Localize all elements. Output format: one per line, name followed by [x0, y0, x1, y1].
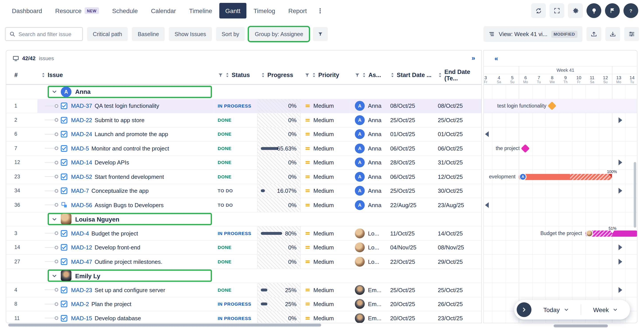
column-header-issue[interactable]: Issue: [38, 66, 214, 84]
day-header[interactable]: 11Sa: [585, 75, 599, 84]
search-box[interactable]: [5, 27, 83, 41]
column-header-start[interactable]: Start Date ...: [386, 66, 434, 84]
issue-key-link[interactable]: MAD-7: [71, 187, 89, 194]
issue-checkbox[interactable]: [61, 131, 67, 138]
issue-row[interactable]: 4MAD-23Set up and configure serverDONE25…: [6, 283, 481, 297]
issue-checkbox[interactable]: [61, 315, 67, 322]
milestone-diamond[interactable]: [521, 144, 530, 153]
offscreen-left-arrow[interactable]: [485, 202, 489, 208]
zoom-level-button[interactable]: Week: [581, 300, 630, 320]
issue-row[interactable]: 12MAD-14Develop APIsDONE0%MediumAAnna28/…: [6, 156, 481, 170]
tree-toggle-dot[interactable]: [54, 203, 58, 207]
offscreen-right-arrow[interactable]: [618, 259, 622, 265]
group-header-emily-ly[interactable]: Emily Ly: [48, 270, 212, 282]
nav-item-resource[interactable]: ResourceNEW: [49, 3, 105, 18]
issue-key-link[interactable]: MAD-52: [71, 173, 92, 180]
tree-toggle-dot[interactable]: [54, 288, 58, 292]
column-header-priority[interactable]: Priority: [301, 66, 351, 84]
view-selector[interactable]: View: Week 41 vi... MODIFIED: [484, 26, 582, 42]
issue-key-link[interactable]: MAD-22: [71, 117, 92, 124]
flag-button[interactable]: [605, 3, 620, 18]
column-header-assignee[interactable]: As...: [351, 66, 386, 84]
issue-key-link[interactable]: MAD-15: [71, 315, 92, 322]
baseline-button[interactable]: Baseline: [132, 27, 165, 41]
view-settings-button[interactable]: [624, 27, 639, 41]
milestone-diamond[interactable]: [548, 102, 556, 110]
issue-row[interactable]: 7MAD-5Monitor and control the projectDON…: [6, 142, 481, 156]
day-header[interactable]: 12Su: [598, 75, 612, 84]
gear-button[interactable]: [568, 3, 583, 18]
issue-key-link[interactable]: MAD-5: [71, 145, 89, 152]
critical-path-button[interactable]: Critical path: [87, 27, 128, 41]
tree-toggle-dot[interactable]: [54, 246, 58, 249]
issue-checkbox[interactable]: [61, 159, 67, 166]
tree-toggle-dot[interactable]: [54, 161, 58, 164]
issue-row[interactable]: 3MAD-4Budget the projectIN PROGRESS80%Me…: [6, 226, 481, 241]
issue-checkbox[interactable]: [61, 187, 67, 194]
tree-toggle-dot[interactable]: [54, 302, 58, 306]
expand-table-button[interactable]: »: [472, 55, 475, 61]
issue-key-link[interactable]: MAD-23: [71, 287, 92, 293]
offscreen-right-arrow[interactable]: [618, 160, 622, 165]
issue-checkbox[interactable]: [61, 258, 67, 265]
show-issues-button[interactable]: Show Issues: [169, 27, 212, 41]
sync-button[interactable]: [531, 3, 546, 18]
issue-checkbox[interactable]: [61, 173, 67, 180]
group-by-button[interactable]: Group by: Assignee: [249, 27, 309, 41]
issue-key-link[interactable]: MAD-37: [71, 103, 92, 109]
day-header[interactable]: 5Su: [506, 75, 519, 84]
issue-row[interactable]: 6MAD-24Launch and promote the appDONE0%M…: [6, 127, 481, 142]
issue-checkbox[interactable]: [61, 103, 67, 109]
column-header-progress[interactable]: Progress: [257, 66, 300, 84]
tree-toggle-dot[interactable]: [54, 147, 58, 150]
day-header[interactable]: 3Fr: [483, 75, 492, 84]
today-button[interactable]: Today: [532, 300, 580, 320]
day-header[interactable]: 10Fr: [572, 75, 586, 84]
issue-checkbox[interactable]: [61, 145, 67, 152]
nav-item-report[interactable]: Report: [282, 3, 313, 18]
lightbulb-button[interactable]: [586, 3, 602, 18]
column-header-end[interactable]: End Date (Te...: [434, 66, 481, 84]
group-header-anna[interactable]: AAnna: [48, 86, 212, 98]
tree-toggle-dot[interactable]: [54, 189, 58, 193]
day-header[interactable]: 9Th: [559, 75, 572, 84]
day-header[interactable]: 13Mo: [612, 75, 626, 84]
nav-more-button[interactable]: [314, 3, 326, 18]
issue-row[interactable]: 2MAD-22Submit to app storeDONE0%MediumAA…: [6, 113, 481, 128]
collapse-gantt-button[interactable]: «: [494, 55, 498, 62]
group-header-louisa-nguyen[interactable]: Louisa Nguyen: [48, 213, 212, 225]
day-header[interactable]: 14Tu: [625, 75, 637, 84]
issue-checkbox[interactable]: [61, 244, 67, 251]
issue-key-link[interactable]: MAD-56: [71, 202, 92, 208]
day-header[interactable]: 4Sa: [492, 75, 506, 84]
tree-toggle-dot[interactable]: [54, 132, 58, 136]
offscreen-right-arrow[interactable]: [618, 287, 622, 293]
gantt-horizontal-scrollbar[interactable]: [554, 325, 608, 327]
column-header-num[interactable]: #: [6, 66, 38, 84]
issue-row[interactable]: 14MAD-12Develop front-endDONE0%MediumLo.…: [6, 241, 481, 255]
search-input[interactable]: [18, 31, 78, 37]
tree-toggle-dot[interactable]: [54, 118, 58, 122]
issue-checkbox[interactable]: [61, 230, 67, 237]
nav-item-gantt[interactable]: Gantt: [219, 3, 247, 18]
issue-row[interactable]: 8MAD-2Plan the projectIN PROGRESS25%Medi…: [6, 297, 481, 312]
issue-row[interactable]: 34MAD-7Conceptualize the appTO DO16.07%M…: [6, 184, 481, 198]
issue-row[interactable]: 27MAD-47Outline project milestones.DONE0…: [6, 255, 481, 269]
issue-row[interactable]: 1MAD-37QA test login functionalityIN PRO…: [6, 99, 481, 113]
day-header[interactable]: 8We: [546, 75, 559, 84]
gantt-bar[interactable]: A: [519, 174, 612, 180]
issue-row[interactable]: 11MAD-15Develop databaseIN PROGRESS0%Med…: [6, 312, 481, 323]
tree-toggle-dot[interactable]: [54, 175, 58, 179]
issue-key-link[interactable]: MAD-14: [71, 159, 92, 166]
offscreen-right-arrow[interactable]: [618, 117, 622, 123]
day-header[interactable]: 7Tu: [532, 75, 546, 84]
scroll-next-button[interactable]: [516, 302, 532, 317]
chevdown-icon[interactable]: [52, 216, 57, 222]
issue-checkbox[interactable]: [61, 287, 67, 293]
fullscreen-button[interactable]: [550, 3, 564, 18]
tree-toggle-dot[interactable]: [54, 104, 58, 108]
offscreen-right-arrow[interactable]: [618, 245, 622, 250]
upload-button[interactable]: [586, 27, 602, 41]
filter-button[interactable]: [313, 27, 328, 41]
help-button[interactable]: ?: [624, 3, 638, 18]
